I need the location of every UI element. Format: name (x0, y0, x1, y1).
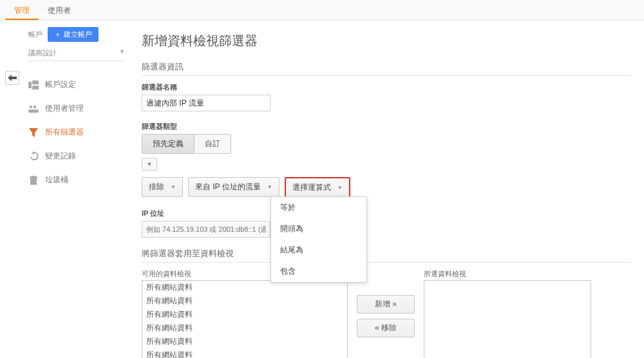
svg-point-4 (33, 105, 36, 108)
top-tabs: 管理 使用者 (0, 0, 644, 21)
list-item[interactable]: 所有網站資料 (142, 294, 347, 308)
nav-change-history[interactable]: 變更記錄 (28, 144, 122, 168)
filter-name-input[interactable] (142, 95, 270, 111)
operator-dropdown-menu: 等於 開頭為 結尾為 包含 (270, 196, 367, 283)
operator-option-equals[interactable]: 等於 (271, 197, 366, 218)
filter-type-predefined[interactable]: 預先定義 (142, 135, 194, 153)
list-item[interactable]: 所有網站資料 (142, 335, 347, 348)
svg-rect-5 (28, 109, 39, 113)
tab-users[interactable]: 使用者 (39, 0, 80, 20)
back-button[interactable] (5, 71, 19, 85)
add-view-button[interactable]: 新增 » (357, 295, 415, 314)
svg-rect-1 (32, 80, 39, 84)
chevron-down-icon: ▼ (267, 184, 272, 190)
users-icon (28, 104, 39, 114)
nav-all-filters[interactable]: 所有篩選器 (28, 120, 122, 144)
list-item[interactable]: 所有網站資料 (142, 308, 347, 321)
filter-icon (28, 127, 39, 138)
ip-address-label: IP 位址 (142, 209, 631, 218)
traffic-label: 來自 IP 位址的流量 (195, 182, 261, 193)
exclude-label: 排除 (149, 182, 164, 193)
nav-label: 帳戶設定 (45, 79, 76, 90)
back-arrow-icon (8, 74, 17, 82)
filter-type-label: 篩選器類型 (142, 122, 631, 131)
page-title: 新增資料檢視篩選器 (142, 32, 631, 50)
plus-icon: ＋ (54, 30, 61, 39)
nav-trash[interactable]: 垃圾桶 (28, 168, 122, 192)
filter-name-label: 篩選器名稱 (142, 82, 631, 92)
selected-views-listbox[interactable] (424, 280, 591, 358)
filter-type-expand[interactable]: ▼ (142, 158, 157, 171)
create-account-label: 建立帳戶 (64, 30, 92, 39)
svg-point-3 (30, 105, 32, 108)
nav-label: 所有篩選器 (45, 127, 84, 138)
tab-manage[interactable]: 管理 (5, 0, 39, 20)
filter-info-title: 篩選器資訊 (142, 61, 631, 76)
filter-type-group: 預先定義 自訂 (142, 134, 231, 154)
trash-icon (28, 175, 39, 185)
account-name: 議商設計 (28, 48, 57, 58)
account-select[interactable]: 議商設計 ▼ (28, 46, 125, 61)
list-item[interactable]: 所有網站資料 (142, 321, 347, 335)
chevron-down-icon: ▼ (119, 48, 125, 58)
settings-icon (28, 80, 39, 90)
apply-views-title: 將篩選器套用至資料檢視 (142, 248, 631, 263)
svg-rect-2 (32, 86, 39, 90)
filter-type-custom[interactable]: 自訂 (194, 135, 231, 153)
main-content: 新增資料檢視篩選器 篩選器資訊 篩選器名稱 篩選器類型 預先定義 自訂 ▼ 排除… (129, 21, 644, 358)
remove-view-button[interactable]: « 移除 (357, 319, 415, 337)
svg-rect-8 (32, 176, 35, 177)
account-label: 帳戶 (28, 30, 43, 39)
sidebar-nav: 帳戶設定 使用者管理 所有篩選器 變更記錄 垃圾桶 (28, 73, 122, 192)
list-item[interactable]: 所有網站資料 (142, 348, 347, 358)
nav-label: 使用者管理 (45, 103, 84, 114)
selected-views-label: 所選資料檢視 (424, 269, 591, 279)
create-account-button[interactable]: ＋ 建立帳戶 (48, 27, 99, 42)
list-item[interactable]: 所有網站資料 (142, 281, 347, 294)
svg-rect-0 (28, 82, 32, 88)
chevron-down-icon: ▼ (337, 185, 343, 191)
operator-dropdown[interactable]: 選擇運算式 ▼ (285, 177, 350, 198)
operator-option-endswith[interactable]: 結尾為 (271, 240, 366, 261)
nav-label: 變更記錄 (45, 151, 76, 162)
svg-rect-6 (30, 178, 37, 185)
traffic-source-dropdown[interactable]: 來自 IP 位址的流量 ▼ (188, 177, 279, 197)
history-icon (28, 151, 39, 162)
operator-option-startswith[interactable]: 開頭為 (271, 218, 366, 240)
operator-label: 選擇運算式 (292, 182, 331, 193)
nav-user-management[interactable]: 使用者管理 (28, 97, 122, 120)
exclude-dropdown[interactable]: 排除 ▼ (142, 177, 183, 197)
sidebar: 帳戶 ＋ 建立帳戶 議商設計 ▼ 帳戶設定 使用者管理 所有篩選器 (0, 21, 129, 358)
chevron-down-icon: ▼ (171, 184, 176, 190)
ip-address-input[interactable] (142, 221, 270, 238)
available-views-listbox[interactable]: 所有網站資料所有網站資料所有網站資料所有網站資料所有網站資料所有網站資料所有網站… (142, 280, 348, 358)
operator-option-contains[interactable]: 包含 (271, 261, 366, 282)
nav-label: 垃圾桶 (45, 174, 68, 185)
nav-account-settings[interactable]: 帳戶設定 (28, 73, 122, 97)
